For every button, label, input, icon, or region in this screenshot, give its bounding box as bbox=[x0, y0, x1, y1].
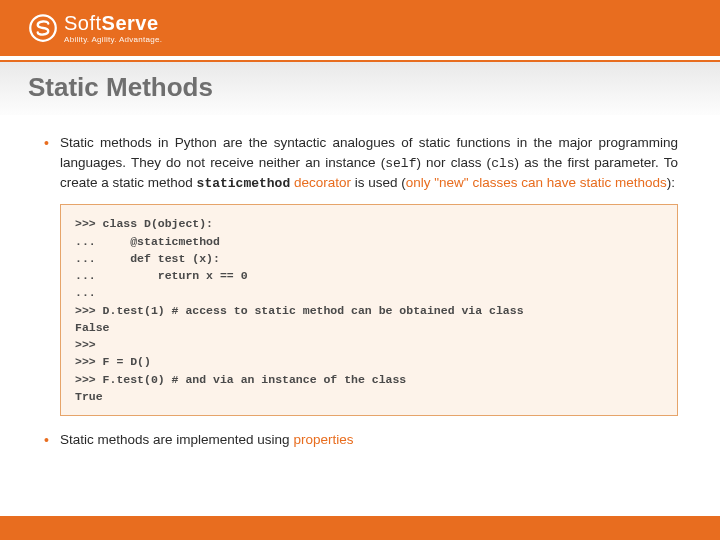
brand-name: SoftServe bbox=[64, 12, 162, 35]
properties-word: properties bbox=[293, 432, 353, 447]
code-self: self bbox=[385, 156, 416, 171]
decorator-word: decorator bbox=[290, 175, 351, 190]
bullet-2: Static methods are implemented using pro… bbox=[42, 430, 678, 450]
logo: SoftServe Ability. Agility. Advantage. bbox=[28, 12, 162, 44]
page-title: Static Methods bbox=[28, 72, 692, 103]
bullet-1: Static methods in Python are the syntact… bbox=[42, 133, 678, 194]
code-staticmethod: staticmethod bbox=[197, 176, 291, 191]
logo-icon bbox=[28, 13, 58, 43]
header-bar: SoftServe Ability. Agility. Advantage. bbox=[0, 0, 720, 56]
code-block: >>> class D(object): ... @staticmethod .… bbox=[60, 204, 678, 416]
note-text: only "new" classes can have static metho… bbox=[406, 175, 667, 190]
brand-tagline: Ability. Agility. Advantage. bbox=[64, 35, 162, 44]
footer-bar bbox=[0, 516, 720, 540]
content: Static methods in Python are the syntact… bbox=[0, 115, 720, 450]
title-area: Static Methods bbox=[0, 62, 720, 115]
code-cls: cls bbox=[491, 156, 514, 171]
